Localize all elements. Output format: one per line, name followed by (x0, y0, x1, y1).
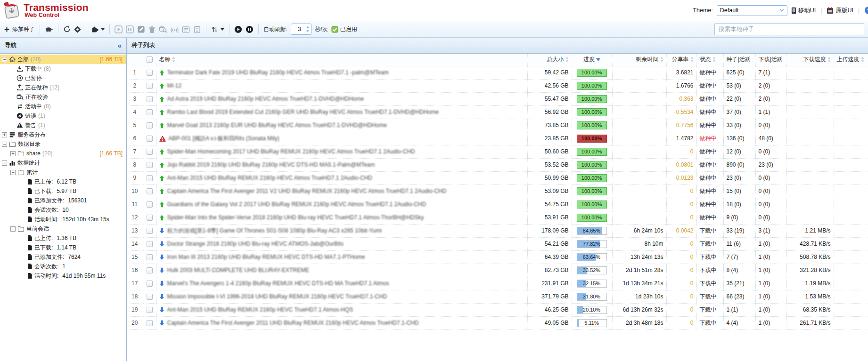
torrent-name-cell[interactable]: Spider-Man Into the Spider-Verse 2018 21… (156, 211, 527, 224)
table-row[interactable]: 13权力的游戏[第1-8季] Game Of Thrones S01-S08 1… (127, 224, 868, 237)
search-input[interactable] (714, 23, 864, 35)
table-row[interactable]: 15Iron Man III 2013 2160p UHD BluRay REM… (127, 250, 868, 264)
collapse-node-icon[interactable]: − (2, 142, 7, 147)
pause-all-button[interactable] (246, 25, 254, 33)
tree-item[interactable]: 已上传:6.12 TB (0, 177, 126, 186)
tree-item[interactable]: 下载中(8) (0, 64, 126, 73)
tree-item[interactable]: −当前会话 (0, 224, 126, 233)
remove-button[interactable] (148, 25, 156, 33)
tree-item[interactable]: 已添加文件:7624 (0, 252, 126, 262)
row-checkbox[interactable] (147, 162, 153, 168)
expand-node-icon[interactable]: + (10, 151, 16, 156)
column-header-dspeed[interactable]: 下载速度 (786, 54, 834, 66)
tree-item[interactable]: 正在做种(12) (0, 83, 126, 92)
recheck-button[interactable] (159, 25, 167, 33)
column-header-seeds[interactable]: 种子|活跃 (723, 54, 755, 66)
tree-item[interactable]: 活动时间:41d 19h 55m 11s (0, 271, 126, 281)
tree-item[interactable]: 已暂停 (0, 73, 126, 83)
torrent-name-cell[interactable]: Mission Impossible I-VI 1996-2018 UHD Bl… (156, 290, 527, 303)
table-row[interactable]: 1Terminator Dark Fate 2019 UHD BluRay 21… (127, 66, 868, 79)
torrent-name-cell[interactable]: Marvel's The Avengers 1-4 2160p BluRay R… (156, 277, 527, 290)
torrent-name-cell[interactable]: MI-12 (156, 79, 527, 92)
table-row[interactable]: 20Captain America The First Avenger 2011… (127, 316, 868, 329)
tree-item[interactable]: −累计 (0, 168, 126, 177)
collapse-node-icon[interactable]: − (2, 57, 7, 62)
table-row[interactable]: 9Ant-Man 2015 UHD BluRay REMUX 2160p HEV… (127, 171, 868, 185)
row-checkbox[interactable] (147, 254, 153, 260)
table-row[interactable]: 10Captain America The First Avenger 2011… (127, 185, 868, 198)
theme-select[interactable]: Default (717, 5, 787, 16)
row-checkbox[interactable] (147, 83, 153, 89)
row-checkbox[interactable] (147, 215, 153, 221)
row-checkbox[interactable] (147, 136, 153, 142)
torrent-name-cell[interactable]: Iron Man III 2013 2160p UHD BluRay REMUX… (156, 250, 527, 264)
torrent-name-cell[interactable]: Guardians of the Galaxy Vol 2 2017 UHD B… (156, 198, 527, 211)
row-checkbox[interactable] (147, 201, 153, 208)
column-header-name[interactable]: 名称 (156, 54, 527, 66)
tree-item[interactable]: +服务器分布 (0, 130, 126, 139)
copy-path-button[interactable] (193, 25, 201, 33)
column-header-status[interactable]: 状态 (696, 54, 723, 66)
collapse-node-icon[interactable]: − (2, 160, 7, 166)
torrent-name-cell[interactable]: Jojo Rabbit 2019 2160p UHD BluRay 2160p … (156, 158, 527, 171)
tree-item[interactable]: 已上传:1.36 TB (0, 233, 126, 243)
torrent-name-cell[interactable]: ABP-001 [國語A v.i-飯和我Rits (Sonata Mily) (156, 132, 527, 145)
announce-button[interactable] (171, 25, 179, 33)
row-checkbox[interactable] (147, 228, 153, 234)
select-all-checkbox[interactable] (147, 56, 153, 63)
tree-item[interactable]: 活动时间:152d 10h 43m 15s (0, 215, 126, 224)
table-row[interactable]: 11Guardians of the Galaxy Vol 2 2017 UHD… (127, 198, 868, 211)
spinner-arrows-icon[interactable] (306, 26, 310, 32)
table-row[interactable]: 18Mission Impossible I-VI 1996-2018 UHD … (127, 290, 868, 303)
table-row[interactable]: 14Doctor Strange 2016 2160p UHD Blu-ray … (127, 237, 868, 250)
torrent-name-cell[interactable]: Rambo Last Blood 2019 Extended Cut 2160p… (156, 105, 527, 119)
torrent-name-cell[interactable]: Marvel Goat 2013 2160p EUR UHD BluRay HE… (156, 119, 527, 132)
row-checkbox[interactable] (147, 241, 153, 247)
tree-item[interactable]: −数据目录 (0, 139, 126, 149)
tree-item[interactable]: +share(20)[1.66 TB] (0, 149, 126, 158)
column-header-uspeed[interactable]: 上传速度 (834, 54, 868, 66)
table-row[interactable]: 7Spider-Man Homecoming 2017 UHD BluRay R… (127, 145, 868, 158)
classic-ui-link[interactable]: 原版UI (827, 7, 853, 15)
torrent-name-cell[interactable]: 权力的游戏[第1-8季] Game Of Thrones S01-S08 108… (156, 224, 527, 237)
collapse-node-icon[interactable]: − (10, 226, 16, 232)
torrent-name-cell[interactable]: Hulk 2003 MULTi COMPLETE UHD BLURAY-EXTR… (156, 264, 527, 277)
pause-button[interactable] (126, 25, 134, 33)
column-header-progress[interactable]: 进度 (572, 54, 612, 66)
torrent-name-cell[interactable]: Captain America The First Avenger 2011 U… (156, 316, 527, 329)
column-header-ratio[interactable]: 分享率 (666, 54, 696, 66)
tree-item[interactable]: 正在校验 (0, 92, 126, 102)
table-row[interactable]: 2MI-1242.56 GB100.00%1.6766做种中53 (0)2 (0… (127, 79, 868, 92)
row-checkbox[interactable] (147, 267, 153, 273)
tree-item[interactable]: −数据统计 (0, 158, 126, 168)
start-all-button[interactable] (234, 25, 242, 33)
tree-item[interactable]: 会话次数:1 (0, 262, 126, 271)
tree-item[interactable]: 活动中(8) (0, 102, 126, 111)
table-row[interactable]: 19Ant-Man 2015 UHD BluRay REMUX 2160p HE… (127, 303, 868, 316)
row-checkbox[interactable] (147, 122, 153, 128)
settings-button[interactable] (74, 26, 81, 33)
alt-speed-turtle-button[interactable] (45, 26, 53, 32)
expand-node-icon[interactable]: + (2, 132, 7, 137)
row-checkbox[interactable] (147, 149, 153, 155)
column-header-eta[interactable]: 剩余时间 (612, 54, 666, 66)
row-checkbox[interactable] (147, 188, 153, 194)
torrent-name-cell[interactable]: Ant-Man 2015 UHD BluRay REMUX 2160p HEVC… (156, 303, 527, 316)
table-row[interactable]: 6ABP-001 [國語A v.i-飯和我Rits (Sonata Mily)2… (127, 132, 868, 145)
row-checkbox[interactable] (147, 96, 153, 102)
table-row[interactable]: 4Rambo Last Blood 2019 Extended Cut 2160… (127, 105, 868, 119)
row-checkbox[interactable] (147, 320, 153, 326)
auto-refresh-enabled-badge[interactable]: 已启用 (331, 25, 357, 33)
row-checkbox[interactable] (147, 109, 153, 115)
mobile-ui-link[interactable]: 移动UI (791, 7, 816, 15)
tree-item[interactable]: 已添加文件:156301 (0, 196, 126, 205)
tree-item[interactable]: 已下载:5.97 TB (0, 186, 126, 196)
torrent-name-cell[interactable]: Ant-Man 2015 UHD BluRay REMUX 2160p HEVC… (156, 171, 527, 185)
tree-item[interactable]: 警告(1) (0, 120, 126, 130)
row-checkbox[interactable] (147, 294, 153, 300)
collapse-node-icon[interactable]: − (10, 170, 16, 175)
table-row[interactable]: 3Ad Astra 2019 UHD BluRay 2160p HEVC Atm… (127, 92, 868, 105)
collapse-sidebar-button[interactable]: « (118, 42, 122, 49)
column-header-size[interactable]: 总大小 (527, 54, 572, 66)
row-checkbox[interactable] (147, 307, 153, 313)
